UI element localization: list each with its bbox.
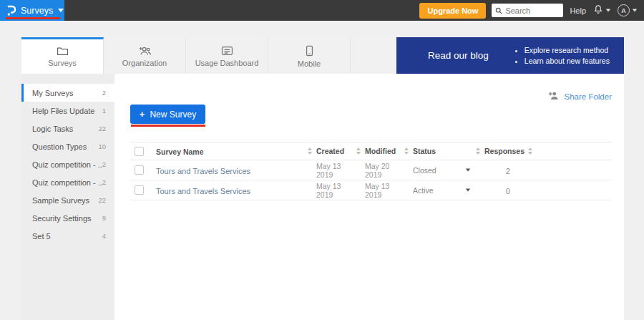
column-label: Status xyxy=(413,147,436,155)
sort-icon[interactable] xyxy=(476,147,481,155)
sidebar-item-label: Help Files Update xyxy=(32,107,94,115)
created-date: May 13 2019 xyxy=(308,182,356,199)
chevron-down-icon xyxy=(633,9,637,12)
sort-icon[interactable] xyxy=(356,147,361,155)
sidebar-item-label: Logic Tasks xyxy=(32,125,73,133)
row-status-cell: Active xyxy=(404,186,476,195)
sidebar-item-logic-tasks[interactable]: Logic Tasks 22 xyxy=(21,120,114,137)
tab-label: Mobile xyxy=(298,59,321,68)
created-date: May 13 2019 xyxy=(308,162,356,179)
tab-organization[interactable]: Organization xyxy=(104,37,186,74)
search-box[interactable] xyxy=(492,4,563,17)
modified-date: May 20 2019 xyxy=(356,162,404,179)
banner-bullet-list: Explore research method Learn about new … xyxy=(514,44,610,67)
sidebar-item-label: Security Settings xyxy=(32,214,92,223)
avatar: A xyxy=(618,4,630,16)
row-created-cell: May 13 2019 xyxy=(308,162,356,179)
sidebar-item-help-files-update[interactable]: Help Files Update 1 xyxy=(21,102,114,120)
sort-icon[interactable] xyxy=(528,147,533,155)
account-menu[interactable]: A xyxy=(618,4,638,16)
responses-count: 0 xyxy=(476,187,510,195)
sidebar-item-count: 22 xyxy=(98,125,106,132)
tab-usage-dashboard[interactable]: Usage Dashboard xyxy=(186,37,268,74)
header-survey-name[interactable]: Survey Name xyxy=(156,145,308,157)
surveys-table: Survey Name Created Modified Status Resp… xyxy=(130,142,612,200)
table-row: Tours and Travels Services May 13 2019 M… xyxy=(130,160,612,180)
header-checkbox-cell xyxy=(130,147,156,156)
sidebar-item-set-5[interactable]: Set 5 4 xyxy=(21,227,114,245)
sidebar-item-label: My Surveys xyxy=(32,89,73,97)
sidebar-item-question-types[interactable]: Question Types 10 xyxy=(21,137,114,155)
survey-name-link[interactable]: Tours and Travels Services xyxy=(156,167,250,175)
app-logo-menu[interactable]: Surveys xyxy=(0,0,64,21)
share-folder-label: Share Folder xyxy=(565,92,612,101)
sidebar-item-label: Quiz competition - ... xyxy=(32,160,102,169)
content-card: My Surveys 2 Help Files Update 1 Logic T… xyxy=(21,74,624,320)
sidebar-item-quiz-competition-2[interactable]: Quiz competition - ... 2 xyxy=(21,173,114,191)
dashboard-icon xyxy=(221,46,233,56)
row-checkbox[interactable] xyxy=(135,185,144,195)
row-checkbox-cell xyxy=(130,165,156,175)
column-label: Created xyxy=(316,147,344,155)
upgrade-now-button[interactable]: Upgrade Now xyxy=(419,3,486,19)
add-group-icon xyxy=(138,46,152,56)
status-value: Active xyxy=(413,186,434,195)
folders-sidebar: My Surveys 2 Help Files Update 1 Logic T… xyxy=(21,74,114,320)
survey-name-link[interactable]: Tours and Travels Services xyxy=(156,187,250,195)
header-modified[interactable]: Modified xyxy=(356,147,404,155)
sidebar-item-label: Set 5 xyxy=(32,232,51,241)
banner-bullet: Learn about new features xyxy=(525,57,610,65)
status-value: Closed xyxy=(413,166,436,175)
bell-icon xyxy=(593,4,603,17)
column-label: Responses xyxy=(484,147,525,155)
sidebar-item-my-surveys[interactable]: My Surveys 2 xyxy=(21,84,114,102)
help-link[interactable]: Help xyxy=(570,6,586,15)
plus-icon: + xyxy=(140,109,145,120)
new-survey-button[interactable]: + New Survey xyxy=(130,105,205,124)
tab-label: Usage Dashboard xyxy=(195,59,259,67)
status-dropdown-icon[interactable] xyxy=(466,189,470,192)
header-responses[interactable]: Responses xyxy=(476,147,547,155)
sidebar-item-count: 4 xyxy=(102,232,106,240)
row-modified-cell: May 20 2019 xyxy=(356,162,404,179)
row-responses-cell: 0 xyxy=(476,184,510,197)
header-created[interactable]: Created xyxy=(308,147,356,155)
row-checkbox[interactable] xyxy=(135,165,144,175)
sidebar-item-count: 22 xyxy=(98,196,106,204)
mobile-icon xyxy=(306,45,313,57)
annotation-underline-logo xyxy=(6,17,60,19)
share-folder-link[interactable]: Share Folder xyxy=(548,91,612,102)
sidebar-item-count: 2 xyxy=(102,160,106,168)
sidebar-item-sample-surveys[interactable]: Sample Surveys 22 xyxy=(21,191,114,209)
sidebar-item-security-settings[interactable]: Security Settings 9 xyxy=(21,209,114,227)
sidebar-item-label: Sample Surveys xyxy=(32,196,89,205)
modified-date: May 13 2019 xyxy=(356,182,404,199)
tab-label: Organization xyxy=(122,59,167,67)
column-label: Survey Name xyxy=(156,147,204,156)
blog-banner[interactable]: Read our blog Explore research method Le… xyxy=(396,37,624,74)
header-status[interactable]: Status xyxy=(404,147,476,155)
sidebar-item-count: 1 xyxy=(102,107,106,115)
row-responses-cell: 2 xyxy=(476,164,510,177)
main-panel: Share Folder + New Survey Survey Name Cr… xyxy=(114,74,624,320)
folder-icon xyxy=(57,46,69,56)
column-label: Modified xyxy=(365,147,396,155)
tab-surveys[interactable]: Surveys xyxy=(21,37,104,74)
notifications-menu[interactable] xyxy=(593,4,611,17)
row-status-cell: Closed xyxy=(404,166,476,175)
sort-icon[interactable] xyxy=(308,147,313,155)
row-created-cell: May 13 2019 xyxy=(308,182,356,199)
annotation-underline-new-survey xyxy=(131,125,205,127)
new-survey-label: New Survey xyxy=(150,110,196,120)
sort-icon[interactable] xyxy=(404,147,409,155)
search-input[interactable] xyxy=(505,6,557,15)
select-all-checkbox[interactable] xyxy=(135,147,144,156)
status-dropdown-icon[interactable] xyxy=(466,169,470,172)
banner-bullet: Explore research method xyxy=(525,46,610,54)
chevron-down-icon xyxy=(58,9,64,12)
row-modified-cell: May 13 2019 xyxy=(356,182,404,199)
tab-strip: Surveys Organization Usage Dashboard xyxy=(21,37,624,74)
tab-label: Surveys xyxy=(48,59,77,67)
sidebar-item-quiz-competition-1[interactable]: Quiz competition - ... 2 xyxy=(21,155,114,173)
tab-mobile[interactable]: Mobile xyxy=(268,37,351,74)
